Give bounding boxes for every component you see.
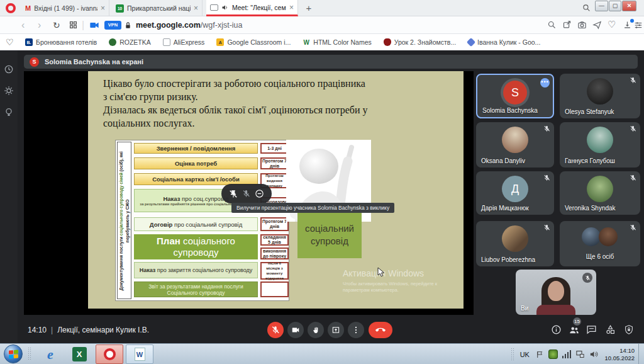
find-in-page-icon[interactable] bbox=[547, 20, 557, 30]
easy-setup-icon[interactable] bbox=[634, 20, 644, 30]
taskbar-grip bbox=[28, 347, 32, 361]
present-screen-button[interactable] bbox=[328, 322, 344, 338]
remove-participant-icon[interactable] bbox=[255, 189, 264, 198]
sidebar-heart-icon[interactable]: ♡ bbox=[6, 37, 14, 47]
tray-grip bbox=[511, 348, 515, 361]
mic-off-icon bbox=[630, 224, 636, 231]
screen: M Вхідні (1 499) - ivanna.kuly × 10 Прик… bbox=[0, 0, 644, 364]
opera-sidebar bbox=[0, 50, 18, 343]
lock-icon[interactable] bbox=[125, 21, 135, 31]
gear-icon[interactable] bbox=[4, 86, 14, 96]
booking-icon: B. bbox=[25, 38, 33, 46]
history-clock-icon[interactable] bbox=[4, 64, 14, 74]
avatar bbox=[587, 176, 613, 202]
tab-gmail[interactable]: M Вхідні (1 499) - ivanna.kuly × bbox=[21, 0, 109, 16]
tab-meet-active[interactable]: Meet: "Лекції, семінар × bbox=[206, 0, 298, 16]
participants-icon[interactable] bbox=[569, 324, 580, 336]
participant-name: Olesya Stefanyuk bbox=[565, 108, 614, 115]
bookmark-booking[interactable]: B.Бронювання готелів bbox=[25, 38, 97, 46]
taskbar-ie-button[interactable]: e bbox=[38, 344, 63, 364]
start-button[interactable] bbox=[4, 344, 23, 363]
new-tab-button[interactable]: + bbox=[303, 3, 314, 14]
end-call-button[interactable] bbox=[369, 322, 392, 338]
bookmark-htmlcolors[interactable]: WHTML Color Names bbox=[303, 38, 371, 46]
vpn-badge[interactable]: VPN bbox=[104, 21, 121, 30]
url-field[interactable]: meet.google.com/wgf-xjst-iua bbox=[136, 21, 242, 30]
volume-icon[interactable] bbox=[589, 350, 599, 359]
mic-toggle-button[interactable] bbox=[267, 322, 284, 338]
raise-hand-button[interactable] bbox=[308, 322, 324, 338]
edit-share-icon[interactable] bbox=[562, 20, 572, 30]
participant-tile-overflow[interactable]: Ще 6 осіб bbox=[560, 221, 640, 266]
mic-off-icon bbox=[543, 224, 550, 231]
activities-icon[interactable] bbox=[605, 324, 616, 336]
participant-tile-solomia[interactable]: S ••• Solomia Bachynska bbox=[476, 74, 554, 118]
flow-box-zvit: Звіт за результатами надання послуги Соц… bbox=[134, 282, 258, 297]
window-close-button[interactable]: ✕ bbox=[622, 1, 636, 11]
bookmark-classroom[interactable]: AGoogle Classroom i... bbox=[216, 38, 291, 46]
window-maximize-button[interactable]: ▢ bbox=[609, 1, 621, 11]
reload-button[interactable]: ↻ bbox=[53, 16, 60, 34]
snapshot-camera-icon[interactable] bbox=[577, 20, 587, 30]
window-minimize-button[interactable]: — bbox=[595, 1, 608, 11]
send-to-device-icon[interactable] bbox=[592, 20, 602, 30]
taskbar-opera-button-active[interactable] bbox=[96, 344, 123, 364]
tile-menu-button[interactable]: ••• bbox=[540, 78, 550, 88]
show-desktop-button[interactable] bbox=[638, 344, 644, 364]
mute-mic-icon[interactable] bbox=[242, 190, 250, 198]
flow-box-zvernennia: Звернення / повідомлення bbox=[134, 143, 258, 154]
participant-count-badge: 15 bbox=[573, 317, 581, 326]
search-tabs-icon[interactable] bbox=[582, 4, 591, 12]
close-icon[interactable]: × bbox=[194, 4, 198, 12]
taskbar-excel-button[interactable]: X bbox=[67, 344, 92, 364]
participant-actions-pill bbox=[221, 184, 272, 203]
more-options-button[interactable] bbox=[348, 322, 364, 338]
close-icon[interactable]: × bbox=[101, 4, 105, 12]
avatar bbox=[502, 225, 528, 252]
heart-bookmark-icon[interactable]: ♡ bbox=[608, 19, 618, 29]
self-label: Ви bbox=[521, 305, 528, 312]
bookmark-ivanna[interactable]: Іванна Кулик - Goo... bbox=[468, 38, 540, 46]
participant-tile-veronika[interactable]: Veronika Shyndak bbox=[560, 171, 640, 215]
word-icon: W bbox=[135, 348, 145, 361]
back-button[interactable]: ‹ bbox=[21, 16, 25, 34]
opera-logo-icon[interactable] bbox=[6, 3, 16, 13]
participant-tile-dariia[interactable]: Д Дарія Мицканюк bbox=[476, 171, 554, 215]
flow-box-zakryttia: Наказ про закриття соціального супроводу bbox=[134, 262, 258, 278]
unpin-icon[interactable] bbox=[229, 190, 238, 198]
participant-name: Ганнуся Голубош bbox=[565, 157, 615, 164]
flow-timing: Протягом 7 днів bbox=[260, 217, 289, 231]
participant-tile-oksana[interactable]: Oksana Danyliv bbox=[476, 122, 554, 168]
windows-taskbar: e X W UK 14:10 10.05.2022 bbox=[0, 343, 644, 364]
download-icon[interactable] bbox=[623, 20, 633, 30]
camera-in-use-icon[interactable] bbox=[89, 20, 99, 30]
participant-tile-olesya[interactable]: Olesya Stefanyuk bbox=[560, 74, 640, 118]
camera-toggle-button[interactable] bbox=[287, 322, 304, 338]
network-icon[interactable] bbox=[575, 350, 585, 359]
bookmark-aliexpress[interactable]: AliExpress bbox=[163, 38, 205, 46]
tab-university[interactable]: 10 Прикарпатський національ × bbox=[112, 0, 203, 16]
nvidia-tray-icon[interactable] bbox=[548, 350, 558, 359]
participant-tile-hannusia[interactable]: Ганнуся Голубош bbox=[560, 122, 640, 168]
host-controls-icon[interactable] bbox=[624, 324, 635, 336]
participant-name: Liubov Poberezhna bbox=[481, 256, 535, 263]
action-center-flag-icon[interactable] bbox=[536, 350, 544, 359]
signal-strength-icon[interactable] bbox=[562, 350, 572, 358]
tab-title: Вхідні (1 499) - ivanna.kuly bbox=[34, 4, 97, 12]
idea-bulb-icon[interactable] bbox=[4, 107, 14, 117]
meeting-details-icon[interactable] bbox=[551, 324, 562, 336]
self-view-tile[interactable]: Ви bbox=[516, 270, 596, 315]
close-icon[interactable]: × bbox=[289, 4, 294, 11]
bookmark-rozetka[interactable]: ROZETKA bbox=[109, 38, 151, 46]
participant-name: Veronika Shyndak bbox=[565, 205, 616, 212]
chat-icon[interactable] bbox=[586, 324, 597, 336]
participant-tile-liubov[interactable]: Liubov Poberezhna bbox=[476, 221, 554, 266]
taskbar-clock[interactable]: 14:10 10.05.2022 bbox=[604, 347, 635, 362]
mic-off-icon bbox=[630, 125, 636, 132]
taskbar-word-button-active[interactable]: W bbox=[126, 344, 153, 364]
excel-icon: X bbox=[72, 347, 87, 361]
bookmark-lesson[interactable]: Урок 2. Знайомств... bbox=[384, 38, 456, 46]
forward-button[interactable]: › bbox=[38, 16, 41, 34]
language-indicator[interactable]: UK bbox=[520, 351, 530, 358]
speed-dial-grid-icon[interactable] bbox=[69, 21, 79, 31]
